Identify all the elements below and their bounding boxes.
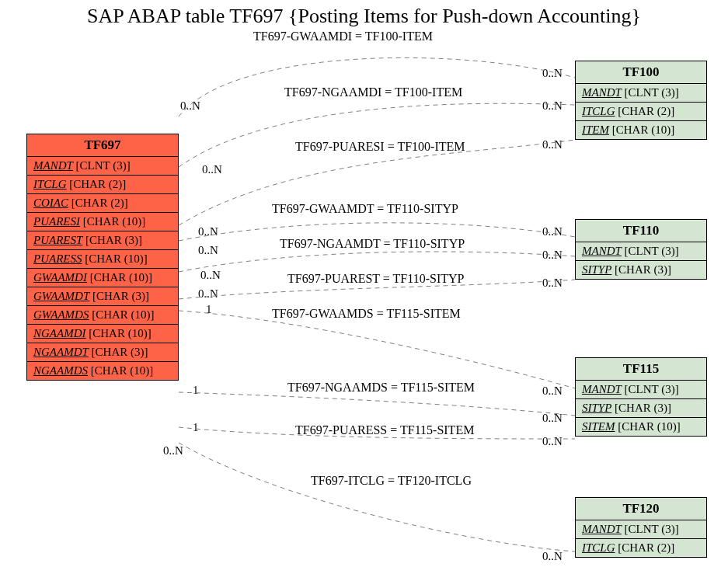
field-name: SITYP: [582, 263, 611, 276]
field-type: [CHAR (10)]: [86, 327, 152, 339]
entity-field: MANDT [CLNT (3)]: [576, 84, 706, 103]
entity-field: GWAAMDT [CHAR (3)]: [27, 287, 178, 306]
entity-field: SITEM [CHAR (10)]: [576, 418, 706, 436]
relation-label: TF697-ITCLG = TF120-ITCLG: [311, 474, 472, 488]
relation-label: TF697-GWAAMDS = TF115-SITEM: [272, 307, 461, 321]
field-name: ITCLG: [582, 105, 615, 117]
relation-label: TF697-PUARESS = TF115-SITEM: [295, 423, 474, 437]
entity-field: PUAREST [CHAR (3)]: [27, 231, 178, 250]
entity-tf110: TF110 MANDT [CLNT (3)]SITYP [CHAR (3)]: [575, 219, 707, 280]
cardinality: 0..N: [198, 287, 218, 301]
field-type: [CHAR (10)]: [82, 252, 147, 265]
cardinality: 0..N: [542, 138, 563, 151]
cardinality: 0..N: [198, 225, 218, 238]
entity-field: GWAAMDS [CHAR (10)]: [27, 306, 178, 325]
field-name: MANDT: [582, 245, 622, 257]
field-name: ITCLG: [582, 541, 615, 554]
cardinality: 1: [193, 384, 199, 397]
field-type: [CHAR (2)]: [615, 541, 675, 554]
entity-field: MANDT [CLNT (3)]: [576, 520, 706, 539]
entity-field: SITYP [CHAR (3)]: [576, 399, 706, 418]
entity-field: ITCLG [CHAR (2)]: [576, 103, 706, 121]
entity-field: NGAAMDI [CHAR (10)]: [27, 325, 178, 343]
cardinality: 0..N: [542, 225, 563, 238]
cardinality: 0..N: [180, 99, 200, 113]
entity-field: MANDT [CLNT (3)]: [27, 157, 178, 176]
entity-field: PUARESS [CHAR (10)]: [27, 250, 178, 269]
cardinality: 0..N: [542, 435, 563, 448]
cardinality: 0..N: [198, 244, 218, 257]
relation-label: TF697-GWAAMDT = TF110-SITYP: [272, 202, 458, 216]
field-type: [CHAR (3)]: [611, 402, 671, 414]
entity-tf100: TF100 MANDT [CLNT (3)]ITCLG [CHAR (2)]IT…: [575, 61, 707, 140]
entity-field: MANDT [CLNT (3)]: [576, 242, 706, 261]
field-name: PUAREST: [33, 234, 82, 246]
entity-field: PUARESI [CHAR (10)]: [27, 213, 178, 231]
field-type: [CLNT (3)]: [622, 245, 679, 257]
cardinality: 1: [206, 303, 212, 316]
field-name: ITCLG: [33, 178, 67, 190]
field-type: [CHAR (10)]: [87, 271, 152, 284]
cardinality: 0..N: [202, 163, 222, 176]
entity-tf115: TF115 MANDT [CLNT (3)]SITYP [CHAR (3)]SI…: [575, 357, 707, 437]
cardinality: 0..N: [542, 412, 563, 425]
field-name: PUARESI: [33, 215, 80, 228]
cardinality: 0..N: [200, 269, 221, 282]
field-name: MANDT: [582, 523, 622, 535]
field-name: MANDT: [582, 86, 622, 99]
field-name: MANDT: [582, 383, 622, 395]
field-name: GWAAMDT: [33, 290, 89, 302]
field-name: ITEM: [582, 124, 609, 136]
field-type: [CHAR (2)]: [615, 105, 675, 117]
cardinality: 0..N: [163, 444, 183, 458]
cardinality: 0..N: [542, 550, 563, 563]
field-name: GWAAMDS: [33, 308, 89, 321]
field-type: [CHAR (10)]: [80, 215, 145, 228]
cardinality: 0..N: [542, 99, 563, 113]
cardinality: 0..N: [542, 384, 563, 398]
field-name: SITEM: [582, 420, 615, 433]
entity-tf697-header: TF697: [27, 134, 178, 157]
entity-field: NGAAMDT [CHAR (3)]: [27, 343, 178, 362]
entity-field: ITCLG [CHAR (2)]: [576, 539, 706, 557]
field-name: NGAAMDT: [33, 346, 89, 358]
field-name: SITYP: [582, 402, 611, 414]
field-name: NGAAMDI: [33, 327, 86, 339]
entity-field: GWAAMDI [CHAR (10)]: [27, 269, 178, 287]
field-type: [CHAR (10)]: [609, 124, 674, 136]
entity-field: ITEM [CHAR (10)]: [576, 121, 706, 139]
entity-field: MANDT [CLNT (3)]: [576, 381, 706, 399]
field-type: [CLNT (3)]: [622, 86, 679, 99]
relation-label: TF697-PUAREST = TF110-SITYP: [287, 272, 464, 286]
entity-tf120: TF120 MANDT [CLNT (3)]ITCLG [CHAR (2)]: [575, 497, 707, 558]
field-name: PUARESS: [33, 252, 82, 265]
relation-label: TF697-NGAAMDT = TF110-SITYP: [280, 237, 465, 251]
field-name: COIAC: [33, 197, 68, 209]
cardinality: 0..N: [542, 249, 563, 262]
cardinality: 1: [193, 421, 199, 434]
field-name: MANDT: [33, 159, 73, 172]
field-type: [CLNT (3)]: [73, 159, 131, 172]
field-type: [CHAR (3)]: [89, 346, 148, 358]
entity-tf115-header: TF115: [576, 358, 706, 381]
entity-field: NGAAMDS [CHAR (10)]: [27, 362, 178, 380]
entity-field: ITCLG [CHAR (2)]: [27, 176, 178, 194]
entity-tf110-header: TF110: [576, 220, 706, 242]
entity-field: SITYP [CHAR (3)]: [576, 261, 706, 279]
field-type: [CHAR (3)]: [82, 234, 142, 246]
diagram-title: SAP ABAP table TF697 {Posting Items for …: [0, 5, 728, 28]
entity-tf697: TF697 MANDT [CLNT (3)]ITCLG [CHAR (2)]CO…: [26, 134, 179, 381]
entity-tf120-header: TF120: [576, 498, 706, 520]
field-type: [CLNT (3)]: [622, 383, 679, 395]
relation-label: TF697-NGAAMDS = TF115-SITEM: [287, 381, 475, 395]
field-name: GWAAMDI: [33, 271, 87, 284]
cardinality: 0..N: [542, 67, 563, 80]
field-type: [CHAR (10)]: [615, 420, 681, 433]
relation-label: TF697-NGAAMDI = TF100-ITEM: [284, 85, 462, 99]
entity-field: COIAC [CHAR (2)]: [27, 194, 178, 213]
field-type: [CHAR (10)]: [88, 364, 153, 377]
field-name: NGAAMDS: [33, 364, 88, 377]
field-type: [CHAR (3)]: [89, 290, 149, 302]
field-type: [CLNT (3)]: [622, 523, 679, 535]
field-type: [CHAR (10)]: [89, 308, 154, 321]
